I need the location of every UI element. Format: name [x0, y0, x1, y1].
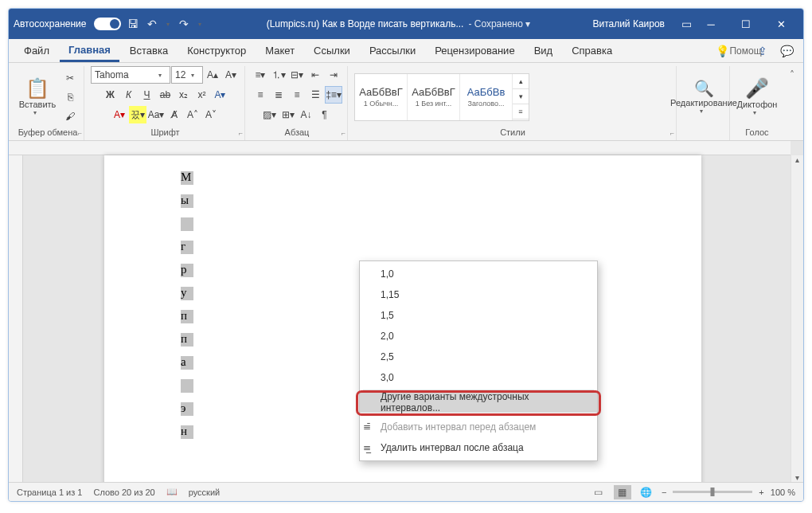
undo-dropdown-icon[interactable]: ▾: [164, 17, 172, 31]
decrease-indent-button[interactable]: ⇤: [306, 66, 324, 84]
collapse-ribbon-icon[interactable]: ˄: [790, 69, 794, 80]
line-spacing-1[interactable]: 1,0: [360, 264, 597, 284]
ribbon-display-icon[interactable]: ▭: [679, 17, 693, 31]
print-layout-button[interactable]: ▦: [614, 485, 631, 499]
tell-me-search[interactable]: 💡 Помощ: [728, 42, 749, 60]
borders-button[interactable]: ⊞▾: [279, 106, 297, 123]
line-spacing-button[interactable]: ‡≡▾: [325, 86, 342, 104]
underline-button[interactable]: Ч: [139, 86, 156, 104]
tab-mailings[interactable]: Рассылки: [361, 41, 424, 61]
styles-launcher[interactable]: ⌐: [670, 129, 674, 137]
font-launcher[interactable]: ⌐: [239, 129, 243, 137]
styles-down[interactable]: ▾: [513, 89, 529, 104]
shrink-font-button[interactable]: A▾: [222, 66, 240, 84]
document-area: Мы гру ппа эн 1,0 1,15 1,5 2,0 2,5 3,0 Д…: [9, 141, 803, 482]
title-bar: Автосохранение 🖫 ↶ ▾ ↷ ▾ (Lumpics.ru) Ка…: [9, 9, 803, 39]
dictate-button[interactable]: 🎤 Диктофон▾: [736, 69, 778, 125]
web-layout-button[interactable]: 🌐: [638, 485, 655, 499]
close-button[interactable]: ✕: [763, 9, 798, 39]
tab-file[interactable]: Файл: [15, 41, 58, 61]
clear-format-button[interactable]: A̸: [166, 106, 183, 123]
styles-more[interactable]: ≡: [513, 104, 529, 119]
line-spacing-3[interactable]: 3,0: [360, 367, 597, 388]
tab-home[interactable]: Главная: [60, 40, 119, 62]
remove-space-after[interactable]: ≡̲Удалить интервал после абзаца: [360, 437, 597, 458]
cut-button[interactable]: ✂: [61, 69, 79, 87]
proofing-icon[interactable]: 📖: [166, 487, 178, 497]
align-left-button[interactable]: ≡: [252, 86, 269, 104]
autosave-toggle[interactable]: [94, 18, 121, 30]
add-space-before[interactable]: ≡̄Добавить интервал перед абзацем: [360, 417, 597, 437]
tab-references[interactable]: Ссылки: [305, 41, 359, 61]
zoom-out-button[interactable]: −: [662, 488, 666, 497]
style-normal[interactable]: АаБбВвГ1 Обычн...: [355, 74, 408, 120]
multilevel-button[interactable]: ⊟▾: [288, 66, 306, 84]
maximize-button[interactable]: ☐: [728, 9, 763, 39]
menu-separator: [363, 414, 594, 415]
line-spacing-2-5[interactable]: 2,5: [360, 347, 597, 367]
vertical-ruler[interactable]: [9, 141, 23, 482]
show-marks-button[interactable]: ¶: [316, 106, 334, 123]
user-name[interactable]: Виталий Каиров: [592, 18, 665, 29]
increase-indent-button[interactable]: ⇥: [325, 66, 342, 84]
styles-up[interactable]: ▴: [513, 74, 529, 89]
text-effects-button[interactable]: A▾: [212, 86, 229, 104]
minimize-button[interactable]: ─: [693, 9, 728, 39]
tab-insert[interactable]: Вставка: [121, 41, 177, 61]
subscript-button[interactable]: x₂: [175, 86, 193, 104]
page-count[interactable]: Страница 1 из 1: [17, 488, 82, 497]
styles-gallery[interactable]: АаБбВвГ1 Обычн... АаБбВвГ1 Без инт... Аа…: [354, 73, 529, 121]
language-indicator[interactable]: русский: [189, 488, 220, 497]
italic-button[interactable]: К: [120, 86, 138, 104]
align-center-button[interactable]: ≣: [270, 86, 287, 104]
numbering-button[interactable]: ⒈▾: [270, 66, 287, 84]
qat-customize-icon[interactable]: ▾: [196, 17, 204, 31]
sort-button[interactable]: A↓: [298, 106, 315, 123]
font-color-button[interactable]: A▾: [111, 106, 128, 123]
grow-font2[interactable]: A˄: [184, 106, 201, 123]
zoom-slider[interactable]: [673, 491, 752, 493]
paragraph-launcher[interactable]: ⌐: [342, 129, 345, 137]
vertical-scrollbar[interactable]: [791, 155, 803, 482]
shrink-font2[interactable]: A˅: [202, 106, 220, 123]
zoom-in-button[interactable]: +: [759, 488, 763, 497]
horizontal-ruler[interactable]: [9, 141, 791, 155]
saved-indicator[interactable]: - Сохранено ▾: [468, 18, 530, 29]
style-heading1[interactable]: АаБбВвЗаголово...: [460, 74, 513, 120]
tab-design[interactable]: Конструктор: [178, 41, 255, 61]
line-spacing-options[interactable]: Другие варианты междустрочных интервалов…: [360, 392, 597, 413]
redo-icon[interactable]: ↷: [177, 17, 191, 31]
focus-view-button[interactable]: ▭: [590, 485, 607, 499]
justify-button[interactable]: ☰: [306, 86, 324, 104]
paste-button[interactable]: 📋 Вставить ▾: [17, 69, 58, 125]
superscript-button[interactable]: x²: [193, 86, 211, 104]
tab-layout[interactable]: Макет: [256, 41, 303, 61]
bullets-button[interactable]: ≡▾: [252, 66, 269, 84]
bold-button[interactable]: Ж: [102, 86, 119, 104]
highlight-button[interactable]: 꿌▾: [129, 106, 146, 123]
undo-icon[interactable]: ↶: [145, 17, 159, 31]
grow-font-button[interactable]: A▴: [204, 66, 221, 84]
save-icon[interactable]: 🖫: [126, 17, 140, 31]
change-case-button[interactable]: Aa▾: [147, 106, 165, 123]
tab-help[interactable]: Справка: [563, 41, 621, 61]
shading-button[interactable]: ▨▾: [261, 106, 279, 123]
tab-view[interactable]: Вид: [525, 41, 562, 61]
line-spacing-1-15[interactable]: 1,15: [360, 284, 597, 305]
copy-button[interactable]: ⎘: [61, 88, 79, 106]
align-right-button[interactable]: ≡: [288, 86, 306, 104]
comments-button[interactable]: 💬: [776, 42, 797, 60]
line-spacing-2[interactable]: 2,0: [360, 326, 597, 347]
zoom-level[interactable]: 100 %: [771, 488, 795, 497]
font-name-select[interactable]: Tahoma▾: [91, 66, 170, 84]
share-button[interactable]: ⇪: [752, 42, 773, 60]
tab-review[interactable]: Рецензирование: [426, 41, 523, 61]
clipboard-launcher[interactable]: ⌐: [78, 129, 82, 137]
word-count[interactable]: Слово 20 из 20: [93, 488, 154, 497]
strikethrough-button[interactable]: ab: [157, 86, 174, 104]
style-no-spacing[interactable]: АаБбВвГ1 Без инт...: [408, 74, 460, 120]
font-size-select[interactable]: 12▾: [171, 66, 203, 84]
line-spacing-1-5[interactable]: 1,5: [360, 305, 597, 326]
format-painter-button[interactable]: 🖌: [61, 108, 79, 125]
editing-button[interactable]: 🔍 Редактирование▾: [683, 69, 724, 125]
